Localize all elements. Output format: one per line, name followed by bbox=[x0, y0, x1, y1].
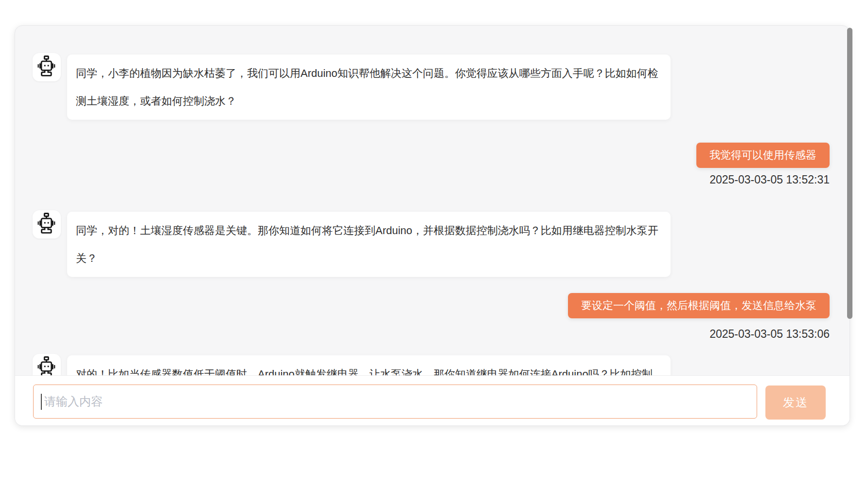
user-message-bubble: 我觉得可以使用传感器 bbox=[696, 143, 830, 168]
message-input[interactable] bbox=[33, 385, 757, 419]
robot-icon bbox=[34, 355, 59, 375]
message-timestamp: 2025-03-03-05 13:52:31 bbox=[33, 173, 830, 186]
input-bar: 发送 bbox=[15, 375, 850, 426]
robot-avatar bbox=[33, 354, 61, 375]
text-cursor bbox=[41, 394, 42, 410]
user-message-bubble: 要设定一个阈值，然后根据阈值，发送信息给水泵 bbox=[568, 293, 830, 318]
bot-message-row: 对的！比如当传感器数值低于阈值时，Arduino就触发继电器，让水泵浇水。那你知… bbox=[33, 355, 830, 375]
robot-icon bbox=[34, 212, 59, 237]
robot-icon bbox=[34, 55, 59, 80]
chat-card: 同学，小李的植物因为缺水枯萎了，我们可以用Arduino知识帮他解决这个问题。你… bbox=[15, 25, 850, 426]
robot-avatar bbox=[33, 210, 61, 238]
scrollbar-thumb[interactable] bbox=[847, 28, 852, 319]
send-button[interactable]: 发送 bbox=[765, 385, 826, 420]
robot-avatar bbox=[33, 53, 61, 81]
bot-message-row: 同学，对的！土壤湿度传感器是关键。那你知道如何将它连接到Arduino，并根据数… bbox=[33, 212, 830, 277]
user-message-row: 要设定一个阈值，然后根据阈值，发送信息给水泵 bbox=[33, 293, 830, 318]
bot-message-bubble: 对的！比如当传感器数值低于阈值时，Arduino就触发继电器，让水泵浇水。那你知… bbox=[67, 355, 671, 375]
user-message-row: 我觉得可以使用传感器 bbox=[33, 143, 830, 168]
message-timestamp: 2025-03-03-05 13:53:06 bbox=[33, 327, 830, 341]
bot-message-bubble: 同学，小李的植物因为缺水枯萎了，我们可以用Arduino知识帮他解决这个问题。你… bbox=[67, 55, 671, 120]
bot-message-row: 同学，小李的植物因为缺水枯萎了，我们可以用Arduino知识帮他解决这个问题。你… bbox=[33, 55, 830, 120]
bot-message-bubble: 同学，对的！土壤湿度传感器是关键。那你知道如何将它连接到Arduino，并根据数… bbox=[67, 212, 671, 277]
message-list: 同学，小李的植物因为缺水枯萎了，我们可以用Arduino知识帮他解决这个问题。你… bbox=[15, 26, 850, 375]
